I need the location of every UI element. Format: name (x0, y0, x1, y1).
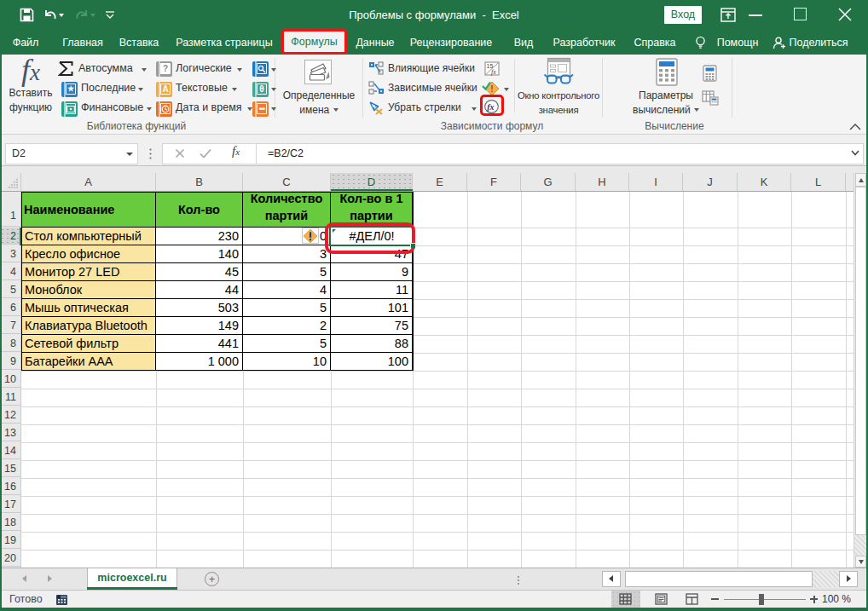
svg-text:!: ! (490, 84, 493, 94)
svg-text:fx: fx (491, 68, 496, 76)
